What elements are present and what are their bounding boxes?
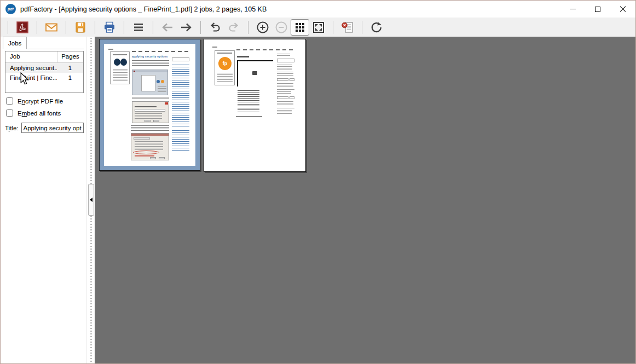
mini-orange-dot <box>161 80 164 83</box>
job-name: FinePrint | Fine... <box>5 74 57 81</box>
mini-acrobat-dot <box>134 71 135 72</box>
title-field-row: Title: <box>5 123 84 133</box>
maximize-button[interactable] <box>585 1 610 18</box>
mini-divider <box>277 89 294 90</box>
preview-canvas: applying security options <box>95 37 636 364</box>
page-thumbnail-2[interactable]: fp <box>204 39 306 172</box>
mini-lines-placeholder <box>277 101 293 106</box>
mouse-cursor <box>20 72 29 88</box>
binoculars-logo-icon <box>114 59 127 66</box>
toolbar-separator <box>66 21 66 34</box>
toolbar-separator <box>124 21 124 34</box>
mini-nav-links-placeholder <box>236 49 294 50</box>
mini-sidebar-links-placeholder <box>172 65 189 128</box>
job-row-2[interactable]: FinePrint | Fine... 1 <box>5 73 83 83</box>
acrobat-icon <box>16 21 29 34</box>
mini-lines-placeholder <box>158 86 166 93</box>
save-button[interactable] <box>71 19 90 36</box>
minimize-button[interactable] <box>560 1 585 18</box>
refresh-button[interactable] <box>367 19 386 36</box>
mini-sidebar-links-placeholder <box>172 130 189 152</box>
minimize-icon <box>570 9 576 9</box>
mini-line <box>135 106 157 107</box>
toolbar-separator <box>200 21 201 34</box>
grid-icon <box>294 21 306 33</box>
forward-button[interactable] <box>177 19 195 36</box>
fit-page-button[interactable] <box>309 19 328 36</box>
job-row-1[interactable]: Applying securit... 1 <box>5 63 83 73</box>
menu-button[interactable] <box>129 19 148 36</box>
mini-nav-links-placeholder <box>132 51 190 52</box>
title-field-label: Title: <box>5 125 19 131</box>
save-icon <box>74 21 87 34</box>
embed-fonts-option: Embed all fonts <box>6 109 61 117</box>
mini-menubar-placeholder <box>212 47 217 48</box>
embed-fonts-checkbox[interactable] <box>6 109 13 117</box>
mini-paragraph-placeholder <box>132 97 169 100</box>
encrypt-pdf-checkbox[interactable] <box>6 97 13 105</box>
redo-button[interactable] <box>224 19 243 36</box>
column-header-job[interactable]: Job <box>5 51 57 62</box>
job-pages: 1 <box>57 74 83 81</box>
close-button[interactable] <box>610 1 635 18</box>
mini-search-box <box>277 59 294 62</box>
mini-screenshot-3 <box>131 133 169 160</box>
mini-logo-header-placeholder <box>113 54 127 55</box>
title-bar: pdf pdfFactory - [Applying security opti… <box>1 1 635 18</box>
app-icon-label: pdf <box>8 7 14 11</box>
mini-video-icon <box>252 71 257 75</box>
mini-video-frame-left <box>237 60 238 86</box>
mini-logo-box <box>110 51 130 84</box>
embed-fonts-label: Embed all fonts <box>18 110 61 117</box>
mini-footer-placeholder <box>236 116 262 117</box>
mini-paragraph-placeholder <box>131 125 169 131</box>
job-pages: 1 <box>57 65 83 71</box>
mini-right-sidebar <box>277 54 294 115</box>
email-button[interactable] <box>42 19 61 36</box>
mini-titlebar-placeholder <box>132 70 167 72</box>
grid-view-button[interactable] <box>291 19 309 36</box>
page-1-preview: applying security options <box>104 44 195 166</box>
mini-titlebar-red <box>131 134 169 136</box>
zoom-out-button[interactable] <box>272 19 291 36</box>
mini-blue-dot <box>157 80 160 83</box>
redo-icon <box>227 21 240 34</box>
mini-button-row <box>277 96 294 99</box>
tab-pane-divider <box>27 49 84 49</box>
mini-ok-button <box>144 120 151 122</box>
tab-jobs[interactable]: Jobs <box>3 37 27 49</box>
page-thumbnail-1[interactable]: applying security options <box>99 39 200 171</box>
mini-search-box <box>172 57 189 61</box>
encrypt-pdf-label: Encrypt PDF file <box>18 98 63 105</box>
mini-divider <box>277 108 294 108</box>
print-button[interactable] <box>100 19 119 36</box>
zoom-out-icon <box>274 20 288 34</box>
acrobat-button[interactable] <box>13 19 32 36</box>
fit-icon <box>312 21 325 34</box>
mini-lines-placeholder <box>277 54 290 57</box>
mini-logo-header-placeholder <box>217 53 232 54</box>
sidebar-collapse-handle[interactable] <box>88 184 94 216</box>
sidebar-splitter[interactable] <box>86 37 95 364</box>
cursor-arrow-icon <box>20 72 29 85</box>
arrow-left-icon <box>160 21 175 34</box>
encrypt-pdf-option: Encrypt PDF file <box>6 97 63 105</box>
collapse-arrow-icon <box>90 198 92 202</box>
mini-tabs-placeholder <box>134 137 150 140</box>
back-button[interactable] <box>158 19 177 36</box>
mini-lines-placeholder <box>135 113 162 119</box>
zoom-in-button[interactable] <box>253 19 272 36</box>
window-title: pdfFactory - [Applying security options … <box>20 5 267 13</box>
mini-button-row <box>277 78 294 81</box>
mini-cancel-button <box>153 120 159 122</box>
mini-quote-lines-placeholder <box>217 73 233 83</box>
title-input[interactable] <box>21 123 84 133</box>
undo-icon <box>209 21 222 34</box>
undo-button[interactable] <box>206 19 224 36</box>
delete-document-icon <box>340 21 355 34</box>
column-header-pages[interactable]: Pages <box>57 51 83 62</box>
mini-lines-placeholder <box>277 83 293 88</box>
email-icon <box>44 21 59 34</box>
tab-jobs-label: Jobs <box>8 40 21 47</box>
delete-job-button[interactable] <box>338 19 357 36</box>
